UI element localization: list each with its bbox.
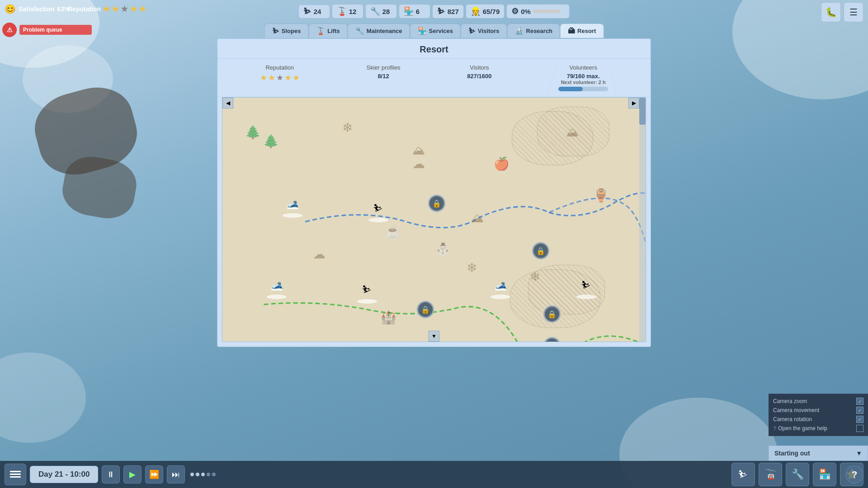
problem-queue-bar[interactable]: ⚠ Problem queue [2,23,92,37]
hint-open-help: ? Open the game help [773,425,863,432]
tab-research-icon: 🔬 [515,27,524,35]
panel-reputation-stars: ★ ★ ★ ★ ★ [260,73,300,83]
action-maintenance-button[interactable]: 🔧 [786,463,809,486]
visitors-panel-label: Visitors [467,64,491,71]
sketch-flower: ❄ [467,260,477,275]
tab-services-label: Services [429,28,453,34]
hint-camera-rotation: Camera rotation ✓ [773,416,863,423]
stat-lifts[interactable]: 🚡 12 [332,4,363,19]
panel-reputation-label: Reputation [260,64,300,71]
map-scrollbar[interactable] [639,98,646,342]
speed-dot-1 [190,473,194,476]
stat-workers[interactable]: 👷 65/79 [466,4,505,19]
hint-camera-zoom: Camera zoom ✓ [773,398,863,405]
lifts-icon: 🚡 [337,6,347,16]
fast-forward-button[interactable]: ⏩ [145,465,163,483]
p-star-3: ★ [276,73,283,83]
skier-profiles-value: 8/12 [366,73,400,80]
map-lock-2[interactable]: 🔒 [532,242,549,259]
hint-camera-movement: Camera movement ✓ [773,407,863,414]
bug-report-button[interactable]: 🐛 [821,2,841,22]
map-skier-6[interactable]: ⛷ [575,274,598,301]
map-lock-4[interactable]: 🔒 [543,305,561,323]
svg-rect-1 [10,474,21,475]
hint-movement-checkbox[interactable]: ✓ [856,407,863,414]
tab-visitors-icon: ⛷ [468,27,476,35]
volunteer-fill [558,87,583,91]
menu-button[interactable]: ☰ [844,2,863,22]
tab-maintenance-label: Maintenance [367,28,402,34]
map-scroll-thumb[interactable] [639,98,646,125]
stat-services[interactable]: 🏪 6 [399,4,430,19]
tab-research-label: Research [526,28,553,34]
resort-panel: Resort Reputation ★ ★ ★ ★ ★ Skier profil… [217,38,651,347]
tab-visitors[interactable]: ⛷ Visitors [461,23,507,38]
volunteers-label: Volunteers [558,64,608,71]
stat-settings[interactable]: ⚙ 0% [506,4,570,19]
starting-out-chevron: ▼ [856,450,862,457]
tab-lifts[interactable]: 🚡 Lifts [308,23,347,38]
skier-fig-2: ⛷ [369,197,387,220]
action-lifts-button[interactable]: 🚡 [759,463,782,486]
services-count: 6 [416,8,420,15]
map-arrow-left[interactable]: ◀ [222,98,233,108]
panel-title: Resort [217,39,651,59]
map-skier-5[interactable]: 🎿 [489,274,512,301]
stat-slopes[interactable]: ⛷ 24 [298,5,330,19]
speed-dot-4 [207,473,210,476]
maintenance-icon: 🔧 [370,6,380,16]
panel-reputation: Reputation ★ ★ ★ ★ ★ [260,64,300,91]
stat-maintenance[interactable]: 🔧 28 [365,4,397,19]
tab-services[interactable]: 🏪 Services [410,23,461,38]
visitors-panel-value: 827/1600 [467,73,491,80]
volunteers-value: 79/160 max. [558,73,608,80]
layers-button[interactable] [5,464,26,485]
map-skier-2[interactable]: ⛷ [367,197,390,224]
tab-slopes[interactable]: ⛷ Slopes [264,23,309,38]
slopes-icon: ⛷ [303,7,311,16]
stat-visitors[interactable]: ⛷ 827 [432,5,464,19]
visitors-icon: ⛷ [437,7,445,16]
star-5: ★ [139,4,146,14]
pause-button[interactable]: ⏸ [102,465,120,483]
speed-dot-5 [212,473,216,476]
day-time-display: Day 21 - 10:00 [30,466,98,483]
top-right-buttons: 🐛 ☰ [821,2,863,22]
svg-rect-0 [10,471,21,472]
hint-zoom-text: Camera zoom [773,398,807,404]
map-skier-3[interactable]: 🎿 [265,274,288,301]
hint-help-checkbox[interactable] [856,425,863,432]
skip-button[interactable]: ⏭ [167,465,185,483]
resort-map-container[interactable]: 🎿 ⛷ 🎿 ⛷ 🎿 ⛷ [222,97,646,342]
starting-out-dropdown[interactable]: Starting out ▼ [769,446,868,461]
slopes-count: 24 [314,8,321,15]
sketch-mountain-3: ⛰ [471,211,484,225]
skier-base-4 [357,299,377,304]
map-skier-1[interactable]: 🎿 [281,192,304,220]
skier-base-3 [267,295,287,299]
map-arrow-right[interactable]: ▶ [628,98,639,108]
map-lock-1[interactable]: 🔒 [428,195,445,212]
sketch-mountain: ⛰ [566,125,579,140]
hint-rotation-checkbox[interactable]: ✓ [856,416,863,423]
action-slopes-button[interactable]: ⛷ [731,463,755,486]
sketch-mountain-2: ⛰ [412,143,425,158]
action-services-button[interactable]: 🏪 [813,463,836,486]
bottom-bar: Day 21 - 10:00 ⏸ ▶ ⏩ ⏭ ⛷ 🚡 🔧 🏪 ⭐ [0,461,868,488]
help-button[interactable]: ? [845,465,863,483]
hint-help-question: ? [773,425,776,432]
map-lock-3[interactable]: 🔒 [417,301,434,318]
problem-icon: ⚠ [2,23,17,37]
map-skier-4[interactable]: ⛷ [356,278,378,305]
tab-research[interactable]: 🔬 Research [507,23,561,38]
play-button[interactable]: ▶ [123,465,142,483]
visitors-count: 827 [448,8,459,15]
hint-zoom-checkbox[interactable]: ✓ [856,398,863,405]
tab-maintenance[interactable]: 🔧 Maintenance [348,23,410,38]
reputation-bar: Reputation ★ ★ ★ ★ ★ [66,0,148,18]
tab-resort[interactable]: 🏔 Resort [560,23,604,38]
speed-dot-2 [196,473,199,476]
volunteers-next: Next volunteer: 2 h [558,80,608,85]
resort-map[interactable]: 🎿 ⛷ 🎿 ⛷ 🎿 ⛷ [222,98,646,342]
map-arrow-down[interactable]: ▼ [429,331,439,342]
